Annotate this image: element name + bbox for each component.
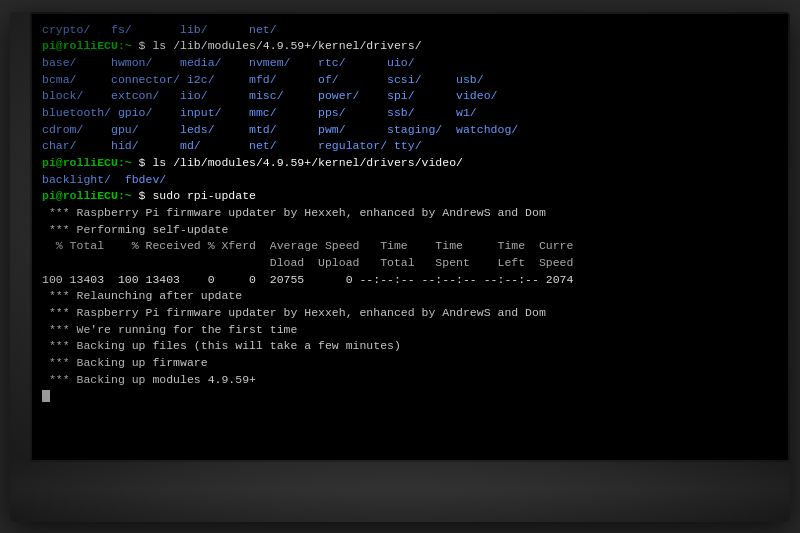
terminal-line: pi@rolliECU:~ $ ls /lib/modules/4.9.59+/… — [42, 155, 778, 172]
terminal-line: % Total % Received % Xferd Average Speed… — [42, 238, 778, 255]
terminal-text: *** Raspberry Pi firmware updater by Hex… — [42, 206, 546, 219]
terminal-line: 100 13403 100 13403 0 0 20755 0 --:--:--… — [42, 272, 778, 289]
terminal-dir-listing: base/ hwmon/ media/ nvmem/ rtc/ uio/ — [42, 56, 415, 69]
terminal-line: backlight/ fbdev/ — [42, 172, 778, 189]
terminal-dir-listing: block/ extcon/ iio/ misc/ power/ spi/ vi… — [42, 89, 497, 102]
terminal-line: *** Performing self-update — [42, 222, 778, 239]
terminal-dir-listing: backlight/ fbdev/ — [42, 173, 166, 186]
terminal-screen: crypto/ fs/ lib/ net/pi@rolliECU:~ $ ls … — [30, 12, 790, 462]
terminal-line: cdrom/ gpu/ leds/ mtd/ pwm/ staging/ wat… — [42, 122, 778, 139]
terminal-command: $ sudo rpi-update — [132, 189, 256, 202]
terminal-line: bluetooth/ gpio/ input/ mmc/ pps/ ssb/ w… — [42, 105, 778, 122]
terminal-text: *** We're running for the first time — [42, 323, 297, 336]
terminal-text: *** Relaunching after update — [42, 289, 242, 302]
terminal-line: pi@rolliECU:~ $ ls /lib/modules/4.9.59+/… — [42, 38, 778, 55]
terminal-dir-listing: crypto/ fs/ lib/ net/ — [42, 23, 277, 36]
terminal-dir-listing: bluetooth/ gpio/ input/ mmc/ pps/ ssb/ w… — [42, 106, 477, 119]
terminal-text: *** Backing up files (this will take a f… — [42, 339, 401, 352]
terminal-line: *** Backing up modules 4.9.59+ — [42, 372, 778, 389]
outer-frame: crypto/ fs/ lib/ net/pi@rolliECU:~ $ ls … — [10, 12, 790, 522]
terminal-text: *** Backing up firmware — [42, 356, 208, 369]
terminal-line: *** We're running for the first time — [42, 322, 778, 339]
terminal-text: *** Raspberry Pi firmware updater by Hex… — [42, 306, 546, 319]
terminal-header: % Total % Received % Xferd Average Speed… — [42, 239, 573, 252]
terminal-line: base/ hwmon/ media/ nvmem/ rtc/ uio/ — [42, 55, 778, 72]
terminal-command: $ ls /lib/modules/4.9.59+/kernel/drivers… — [132, 156, 463, 169]
terminal-line: bcma/ connector/ i2c/ mfd/ of/ scsi/ usb… — [42, 72, 778, 89]
terminal-line: *** Backing up firmware — [42, 355, 778, 372]
terminal-line: *** Raspberry Pi firmware updater by Hex… — [42, 205, 778, 222]
terminal-line: pi@rolliECU:~ $ sudo rpi-update — [42, 188, 778, 205]
terminal-line: char/ hid/ md/ net/ regulator/ tty/ — [42, 138, 778, 155]
terminal-command: $ ls /lib/modules/4.9.59+/kernel/drivers… — [132, 39, 422, 52]
terminal-line: crypto/ fs/ lib/ net/ — [42, 22, 778, 39]
terminal-dir-listing: bcma/ connector/ i2c/ mfd/ of/ scsi/ usb… — [42, 73, 484, 86]
terminal-header: Dload Upload Total Spent Left Speed — [42, 256, 573, 269]
pavement-bottom — [10, 457, 790, 522]
terminal-line: *** Backing up files (this will take a f… — [42, 338, 778, 355]
terminal-line — [42, 388, 778, 405]
terminal-prompt: pi@rolliECU:~ — [42, 39, 132, 52]
terminal-line: *** Raspberry Pi firmware updater by Hex… — [42, 305, 778, 322]
terminal-prompt: pi@rolliECU:~ — [42, 189, 132, 202]
terminal-data-line: 100 13403 100 13403 0 0 20755 0 --:--:--… — [42, 273, 573, 286]
terminal-prompt: pi@rolliECU:~ — [42, 156, 132, 169]
terminal-dir-listing: cdrom/ gpu/ leds/ mtd/ pwm/ staging/ wat… — [42, 123, 518, 136]
terminal-line: *** Relaunching after update — [42, 288, 778, 305]
terminal-line: block/ extcon/ iio/ misc/ power/ spi/ vi… — [42, 88, 778, 105]
terminal-text: *** Backing up modules 4.9.59+ — [42, 373, 256, 386]
terminal-content: crypto/ fs/ lib/ net/pi@rolliECU:~ $ ls … — [42, 22, 778, 405]
terminal-dir-listing: char/ hid/ md/ net/ regulator/ tty/ — [42, 139, 422, 152]
terminal-cursor — [42, 390, 50, 402]
terminal-text: *** Performing self-update — [42, 223, 228, 236]
terminal-line: Dload Upload Total Spent Left Speed — [42, 255, 778, 272]
